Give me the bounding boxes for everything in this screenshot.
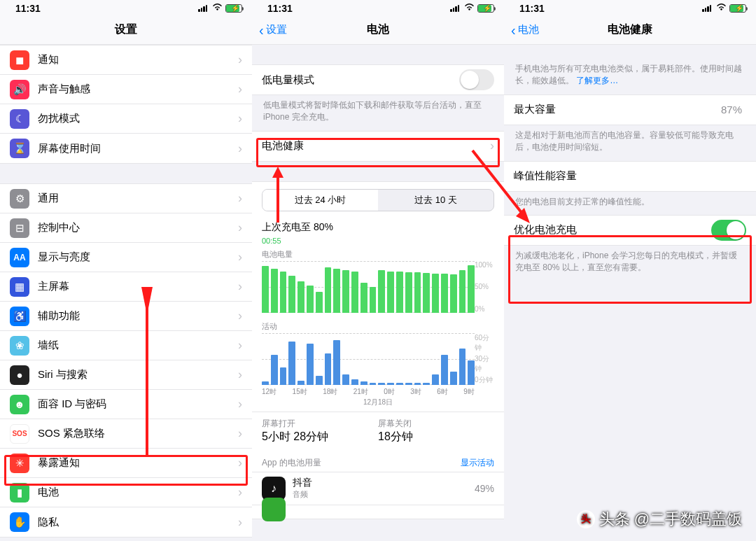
chart-bar (342, 374, 349, 385)
settings-row[interactable]: ✳暴露通知› (0, 449, 252, 478)
row-label: 暴露通知 (38, 456, 238, 470)
row-label: 显示与亮度 (38, 251, 238, 264)
last-charge-label: 上次充电至 80% (252, 216, 504, 237)
page-title: 电池 (367, 22, 389, 37)
chart-bar (342, 270, 349, 313)
optimized-charging-note: 为减缓电池老化，iPhone 会学习您每日的充电模式，并暂缓充电至 80% 以上… (504, 246, 756, 281)
row-icon: ☻ (10, 395, 29, 414)
row-icon: ☾ (10, 109, 29, 129)
chart-bar (468, 360, 475, 385)
settings-row[interactable]: ⚙通用› (0, 184, 252, 213)
settings-row[interactable]: ◼︎通知› (0, 45, 252, 75)
app-row-douyin[interactable]: ♪ 抖音 音频 49% (252, 472, 504, 505)
optimized-charging-toggle[interactable] (711, 220, 746, 241)
low-power-toggle[interactable] (459, 69, 494, 90)
seg-10d[interactable]: 过去 10 天 (378, 190, 493, 211)
nav-bar: 设置 (0, 15, 252, 45)
settings-row[interactable]: ⊟控制中心› (0, 213, 252, 243)
settings-row[interactable]: ●Siri 与搜索› (0, 360, 252, 390)
chart-bar (387, 383, 394, 384)
seg-24h[interactable]: 过去 24 小时 (262, 190, 378, 211)
chart-bar (432, 274, 439, 313)
screen-settings: 11:31 ⚡ 设置 ◼︎通知›🔊声音与触感›☾勿扰模式›⌛屏幕使用时间› ⚙通… (0, 0, 252, 541)
chart-bar (262, 381, 269, 385)
chart-bar (307, 286, 314, 312)
nav-bar: ‹设置 电池 (252, 15, 504, 45)
chevron-left-icon: ‹ (259, 23, 264, 37)
chart-bar (298, 381, 304, 385)
row-icon: ⌛ (10, 139, 29, 158)
app-icon (262, 498, 286, 521)
activity-chart: 60分钟30分钟0分钟 (262, 333, 494, 385)
chevron-left-icon: ‹ (511, 23, 516, 37)
row-label: SOS 紧急联络 (38, 427, 238, 440)
row-label: 通知 (38, 53, 238, 66)
chart-bar (432, 374, 439, 385)
max-capacity-note: 这是相对于新电池而言的电池容量。容量较低可能导致充电后，电池使用时间缩短。 (504, 125, 756, 161)
chevron-right-icon: › (238, 397, 242, 412)
optimized-charging-row[interactable]: 优化电池充电 (504, 216, 756, 245)
back-button[interactable]: ‹设置 (259, 23, 287, 37)
battery-health-row[interactable]: 电池健康 › (252, 132, 504, 161)
app-row-next[interactable] (252, 505, 504, 514)
settings-row[interactable]: ♿辅助功能› (0, 302, 252, 331)
row-icon: ❀ (10, 336, 29, 356)
low-power-mode-row[interactable]: 低电量模式 (252, 65, 504, 94)
learn-more-link[interactable]: 了解更多… (576, 76, 618, 85)
row-icon: AA (10, 248, 29, 267)
settings-row[interactable]: AA显示与亮度› (0, 243, 252, 272)
chart-bar (307, 344, 314, 385)
battery-level-label: 电池电量 (252, 249, 504, 261)
chart-bar (271, 355, 278, 385)
settings-row[interactable]: ☻面容 ID 与密码› (0, 390, 252, 419)
row-label: 勿扰模式 (38, 112, 238, 125)
chart-bar (459, 270, 466, 313)
chart-bar (405, 383, 412, 384)
signal-icon (198, 5, 209, 12)
chart-bar (333, 340, 340, 385)
back-button[interactable]: ‹电池 (511, 23, 539, 37)
time-range-segment[interactable]: 过去 24 小时 过去 10 天 (262, 189, 494, 211)
chart-bar (441, 274, 448, 313)
settings-row[interactable]: ▮电池› (0, 478, 252, 507)
settings-row[interactable]: ☾勿扰模式› (0, 104, 252, 134)
wifi-icon (464, 3, 475, 13)
chart-bar (450, 274, 457, 313)
chart-bar (351, 379, 358, 384)
settings-row[interactable]: ✋隐私› (0, 507, 252, 537)
row-label: 面容 ID 与密码 (38, 398, 238, 411)
row-icon: ♿ (10, 307, 29, 326)
chevron-right-icon: › (238, 52, 242, 67)
show-activity-link[interactable]: 显示活动 (461, 457, 494, 469)
peak-performance-row: 峰值性能容量 (504, 162, 756, 191)
chevron-right-icon: › (238, 456, 242, 470)
chart-bar (271, 269, 278, 313)
chevron-right-icon: › (238, 111, 242, 126)
nav-bar: ‹电池 电池健康 (504, 15, 756, 45)
settings-row[interactable]: ▦主屏幕› (0, 272, 252, 302)
screen-off-stat: 屏幕关闭 18分钟 (378, 418, 494, 444)
chart-bar (288, 276, 295, 313)
douyin-icon: ♪ (262, 477, 286, 500)
max-capacity-row: 最大容量 87% (504, 95, 756, 125)
page-title: 电池健康 (608, 22, 652, 37)
chart-bar (441, 355, 448, 385)
battery-icon: ⚡ (477, 4, 494, 13)
chart-bar (414, 383, 421, 384)
chart-bar (360, 381, 368, 385)
chart-bar (370, 383, 377, 384)
chevron-right-icon: › (238, 191, 242, 206)
settings-row[interactable]: 🔊声音与触感› (0, 75, 252, 104)
status-bar: 11:31 ⚡ (0, 0, 252, 15)
row-label: 电池 (38, 486, 238, 499)
page-title: 设置 (115, 22, 137, 37)
row-icon: ▮ (10, 483, 29, 503)
chart-bar (262, 266, 269, 313)
settings-row[interactable]: ⌛屏幕使用时间› (0, 134, 252, 163)
row-label: 主屏幕 (38, 280, 238, 293)
apps-header: App 的电池用量 (262, 457, 321, 469)
settings-row[interactable]: SOSSOS 紧急联络› (0, 419, 252, 449)
settings-row[interactable]: ❀墙纸› (0, 331, 252, 360)
chevron-right-icon: › (238, 485, 242, 500)
chart-bar (405, 272, 412, 313)
